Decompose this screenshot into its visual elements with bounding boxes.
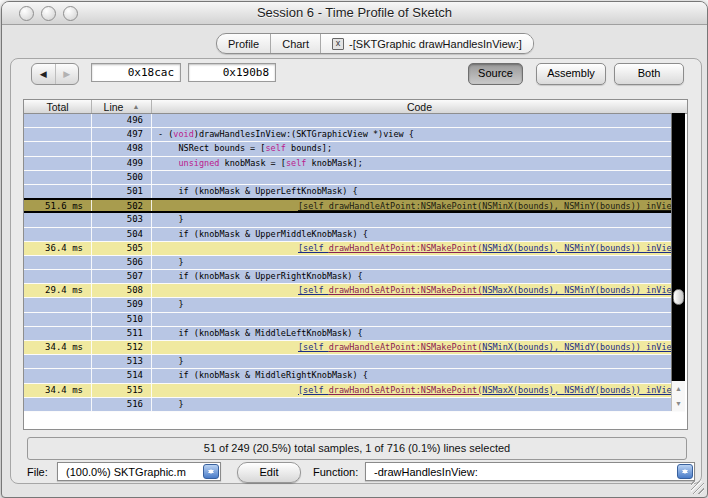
window-title: Session 6 - Time Profile of Sketch xyxy=(2,5,707,20)
table-row[interactable]: 509 } xyxy=(24,298,685,312)
table-row[interactable]: 503 } xyxy=(24,213,685,227)
column-header-code[interactable]: Code xyxy=(152,100,687,113)
row-code: [self drawHandleAtPoint:NSMakePoint(NSMa… xyxy=(152,384,685,397)
row-code: } xyxy=(152,398,685,411)
table-row[interactable]: 516 } xyxy=(24,398,685,412)
both-view-button[interactable]: Both xyxy=(614,63,684,85)
row-code xyxy=(152,171,685,184)
row-line-number: 496 xyxy=(92,114,152,127)
table-row[interactable]: 497- (void)drawHandlesInView:(SKTGraphic… xyxy=(24,128,685,142)
function-popup-value: -drawHandlesInView: xyxy=(374,466,478,478)
screenshot: Session 6 - Time Profile of Sketch Profi… xyxy=(0,0,708,498)
row-line-number: 515 xyxy=(92,384,152,397)
popup-arrows-icon xyxy=(203,464,219,479)
address-field-end[interactable] xyxy=(188,63,276,82)
scrollbar-arrows: ▲ ▼ xyxy=(671,381,685,411)
table-row[interactable]: 29.4 ms508[self drawHandleAtPoint:NSMake… xyxy=(24,284,685,298)
row-total-time xyxy=(24,256,92,269)
row-code xyxy=(152,114,685,127)
table-row[interactable]: 507 if (knobMask & UpperRightKnobMask) { xyxy=(24,270,685,284)
history-nav-buttons: ◀ ▶ xyxy=(31,63,79,85)
line-header-label: Line xyxy=(104,101,124,113)
row-code: [self drawHandleAtPoint:NSMakePoint(NSMi… xyxy=(152,242,685,255)
row-line-number: 509 xyxy=(92,298,152,311)
title-bar[interactable]: Session 6 - Time Profile of Sketch xyxy=(2,2,707,25)
address-field-start[interactable] xyxy=(91,63,181,82)
table-row[interactable]: 500 xyxy=(24,171,685,185)
column-header-total[interactable]: Total xyxy=(24,100,92,113)
row-total-time xyxy=(24,398,92,411)
row-total-time xyxy=(24,270,92,283)
table-row[interactable]: 36.4 ms505[self drawHandleAtPoint:NSMake… xyxy=(24,242,685,256)
row-line-number: 514 xyxy=(92,369,152,382)
table-row[interactable]: 498 NSRect bounds = [self bounds]; xyxy=(24,142,685,156)
forward-arrow-icon[interactable]: ▶ xyxy=(56,64,79,84)
row-line-number: 513 xyxy=(92,355,152,368)
row-total-time xyxy=(24,298,92,311)
content-panel: ◀ ▶ Source Assembly Both Total Line ▲ Co… xyxy=(10,58,702,484)
tab-code-browser[interactable]: x -[SKTGraphic drawHandlesInView:] xyxy=(321,34,533,53)
tab-chart[interactable]: Chart xyxy=(271,34,321,53)
tab-profile-label: Profile xyxy=(228,38,259,50)
sort-ascending-icon: ▲ xyxy=(132,103,139,110)
tab-profile[interactable]: Profile xyxy=(217,34,271,53)
row-code: } xyxy=(152,355,685,368)
table-row[interactable]: 496 xyxy=(24,114,685,128)
back-arrow-icon[interactable]: ◀ xyxy=(32,64,56,84)
table-row[interactable]: 34.4 ms515[self drawHandleAtPoint:NSMake… xyxy=(24,384,685,398)
sample-status-bar: 51 of 249 (20.5%) total samples, 1 of 71… xyxy=(27,437,687,460)
table-row[interactable]: 501 if (knobMask & UpperLeftKnobMask) { xyxy=(24,185,685,199)
row-line-number: 500 xyxy=(92,171,152,184)
file-popup[interactable]: (100.0%) SKTGraphic.m xyxy=(57,462,221,481)
source-view-button[interactable]: Source xyxy=(468,63,523,85)
table-row[interactable]: 499 unsigned knobMask = [self knobMask]; xyxy=(24,157,685,171)
close-tab-icon[interactable]: x xyxy=(332,38,344,50)
tab-code-browser-label: -[SKTGraphic drawHandlesInView:] xyxy=(349,38,522,50)
row-line-number: 503 xyxy=(92,213,152,226)
table-row[interactable]: 504 if (knobMask & UpperMiddleKnobMask) … xyxy=(24,228,685,242)
scroll-down-icon[interactable]: ▼ xyxy=(672,396,685,411)
row-code: } xyxy=(152,256,685,269)
edit-button[interactable]: Edit xyxy=(237,462,301,483)
code-table-body: 496497- (void)drawHandlesInView:(SKTGrap… xyxy=(24,114,685,412)
row-total-time xyxy=(24,171,92,184)
table-row[interactable]: 34.4 ms512[self drawHandleAtPoint:NSMake… xyxy=(24,341,685,355)
row-code: - (void)drawHandlesInView:(SKTGraphicVie… xyxy=(152,128,685,141)
assembly-view-button[interactable]: Assembly xyxy=(536,63,606,85)
row-line-number: 497 xyxy=(92,128,152,141)
row-code: if (knobMask & MiddleLeftKnobMask) { xyxy=(152,327,685,340)
row-total-time xyxy=(24,313,92,326)
row-code: if (knobMask & UpperMiddleKnobMask) { xyxy=(152,228,685,241)
row-code xyxy=(152,313,685,326)
row-line-number: 501 xyxy=(92,185,152,198)
table-row[interactable]: 511 if (knobMask & MiddleLeftKnobMask) { xyxy=(24,327,685,341)
row-total-time xyxy=(24,114,92,127)
row-code: [self drawHandleAtPoint:NSMakePoint(NSMi… xyxy=(152,200,685,211)
function-popup[interactable]: -drawHandlesInView: xyxy=(365,462,695,481)
table-row[interactable]: 510 xyxy=(24,313,685,327)
row-total-time xyxy=(24,327,92,340)
table-row[interactable]: 506 } xyxy=(24,256,685,270)
row-line-number: 508 xyxy=(92,284,152,297)
scrollbar-thumb[interactable] xyxy=(673,289,684,305)
table-row[interactable]: 514 if (knobMask & MiddleRightKnobMask) … xyxy=(24,369,685,383)
row-code: [self drawHandleAtPoint:NSMakePoint(NSMa… xyxy=(152,284,685,297)
table-row[interactable]: 513 } xyxy=(24,355,685,369)
row-code: unsigned knobMask = [self knobMask]; xyxy=(152,157,685,170)
row-total-time: 29.4 ms xyxy=(24,284,92,297)
resize-grip[interactable] xyxy=(691,481,704,494)
row-line-number: 505 xyxy=(92,242,152,255)
row-line-number: 511 xyxy=(92,327,152,340)
table-row[interactable]: 51.6 ms502[self drawHandleAtPoint:NSMake… xyxy=(24,198,685,213)
scrollbar-track[interactable] xyxy=(671,113,685,381)
row-total-time xyxy=(24,185,92,198)
scroll-up-icon[interactable]: ▲ xyxy=(672,381,685,396)
row-total-time: 34.4 ms xyxy=(24,384,92,397)
total-header-label: Total xyxy=(46,101,68,113)
column-header-line[interactable]: Line ▲ xyxy=(92,100,152,113)
row-line-number: 504 xyxy=(92,228,152,241)
row-line-number: 499 xyxy=(92,157,152,170)
row-code: [self drawHandleAtPoint:NSMakePoint(NSMi… xyxy=(152,341,685,354)
popup-arrows-icon xyxy=(677,464,693,479)
row-line-number: 512 xyxy=(92,341,152,354)
